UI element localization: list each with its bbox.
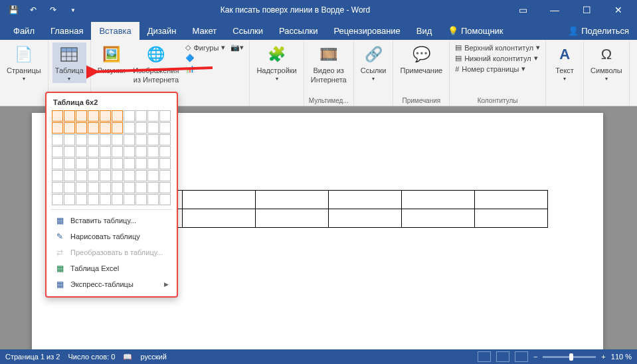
chart-button[interactable]: 📊 [184,64,227,74]
online-video-button[interactable]: 🎞️ Видео из Интернета [308,43,349,85]
grid-cell[interactable] [76,122,87,134]
grid-cell[interactable] [100,170,111,181]
grid-cell[interactable] [52,158,63,169]
zoom-slider[interactable] [543,356,596,358]
grid-cell[interactable] [136,194,147,205]
symbols-button[interactable]: Ω Символы▾ [588,43,625,83]
page-number-button[interactable]: # Номер страницы ▾ [454,64,541,74]
grid-cell[interactable] [136,182,147,193]
grid-cell[interactable] [64,134,75,145]
grid-cell[interactable] [136,158,147,169]
ribbon-display-button[interactable]: ▭ [509,0,536,20]
grid-cell[interactable] [159,194,171,205]
grid-cell[interactable] [76,134,87,145]
grid-cell[interactable] [112,134,123,145]
grid-cell[interactable] [124,110,135,122]
grid-cell[interactable] [147,182,159,193]
grid-cell[interactable] [76,158,87,169]
header-button[interactable]: ▤ Верхний колонтитул ▾ [454,43,541,52]
view-web-button[interactable] [515,351,528,362]
text-button[interactable]: A Текст▾ [550,43,579,83]
grid-cell[interactable] [124,194,135,205]
grid-cell[interactable] [76,146,87,157]
grid-cell[interactable] [159,182,171,193]
grid-cell[interactable] [52,182,63,193]
grid-cell[interactable] [52,170,63,181]
status-page[interactable]: Страница 1 из 2 [5,353,60,361]
undo-button[interactable]: ↶ [25,2,41,18]
grid-cell[interactable] [124,134,135,145]
grid-cell[interactable] [52,194,63,205]
grid-cell[interactable] [112,182,123,193]
grid-cell[interactable] [124,122,135,134]
grid-cell[interactable] [64,170,75,181]
grid-cell[interactable] [52,134,63,145]
maximize-button[interactable]: ☐ [573,0,600,20]
draw-table-item[interactable]: ✎Нарисовать таблицу [50,228,173,244]
grid-cell[interactable] [88,110,99,122]
grid-cell[interactable] [64,146,75,157]
grid-cell[interactable] [147,134,159,145]
grid-cell[interactable] [76,194,87,205]
grid-cell[interactable] [124,170,135,181]
grid-cell[interactable] [124,146,135,157]
grid-cell[interactable] [100,134,111,145]
view-print-button[interactable] [496,351,509,362]
grid-cell[interactable] [136,122,147,134]
status-language[interactable]: русский [140,353,166,361]
grid-cell[interactable] [136,110,147,122]
status-words[interactable]: Число слов: 0 [68,353,115,361]
table-size-grid[interactable] [50,109,173,207]
minimize-button[interactable]: — [541,0,568,20]
close-button[interactable]: ✕ [605,0,632,20]
smartart-button[interactable]: 🔷 [184,53,227,63]
shapes-button[interactable]: ◇ Фигуры▾ [184,43,227,52]
excel-table-item[interactable]: ▦Таблица Excel [50,260,173,276]
grid-cell[interactable] [112,110,123,122]
status-proofing-icon[interactable]: 📖 [123,353,132,361]
grid-cell[interactable] [159,158,171,169]
grid-cell[interactable] [52,122,63,134]
grid-cell[interactable] [88,146,99,157]
redo-button[interactable]: ↷ [45,2,61,18]
grid-cell[interactable] [88,158,99,169]
grid-cell[interactable] [159,134,171,145]
table-button[interactable]: Таблица▾ [52,43,86,83]
tab-references[interactable]: Ссылки [225,22,271,40]
grid-cell[interactable] [112,170,123,181]
tab-file[interactable]: Файл [5,22,43,40]
grid-cell[interactable] [147,146,159,157]
grid-cell[interactable] [112,122,123,134]
grid-cell[interactable] [88,182,99,193]
screenshot-button[interactable]: 📷▾ [229,43,245,52]
grid-cell[interactable] [112,158,123,169]
grid-cell[interactable] [64,182,75,193]
grid-cell[interactable] [64,122,75,134]
links-button[interactable]: 🔗 Ссылки▾ [358,43,389,83]
tab-home[interactable]: Главная [43,22,91,40]
grid-cell[interactable] [112,146,123,157]
grid-cell[interactable] [88,122,99,134]
tab-tellme[interactable]: 💡 Помощник [440,22,511,40]
grid-cell[interactable] [159,146,171,157]
tab-review[interactable]: Рецензирование [325,22,408,40]
pictures-button[interactable]: 🖼️ Рисунки [95,43,128,76]
tab-view[interactable]: Вид [409,22,440,40]
online-pictures-button[interactable]: 🌐 Изображения из Интернета [130,43,181,85]
addins-button[interactable]: 🧩 Надстройки▾ [254,43,299,83]
grid-cell[interactable] [147,122,159,134]
grid-cell[interactable] [76,182,87,193]
grid-cell[interactable] [100,158,111,169]
grid-cell[interactable] [76,110,87,122]
zoom-level[interactable]: 110 % [611,353,632,361]
view-read-button[interactable] [478,351,491,362]
zoom-out-button[interactable]: − [533,353,537,361]
grid-cell[interactable] [100,122,111,134]
grid-cell[interactable] [88,194,99,205]
pages-button[interactable]: 📄 Страницы▾ [4,43,44,83]
tab-insert[interactable]: Вставка [91,22,139,40]
zoom-in-button[interactable]: + [601,353,605,361]
grid-cell[interactable] [100,146,111,157]
tab-mailings[interactable]: Рассылки [271,22,325,40]
comment-button[interactable]: 💬 Примечание [397,43,445,76]
